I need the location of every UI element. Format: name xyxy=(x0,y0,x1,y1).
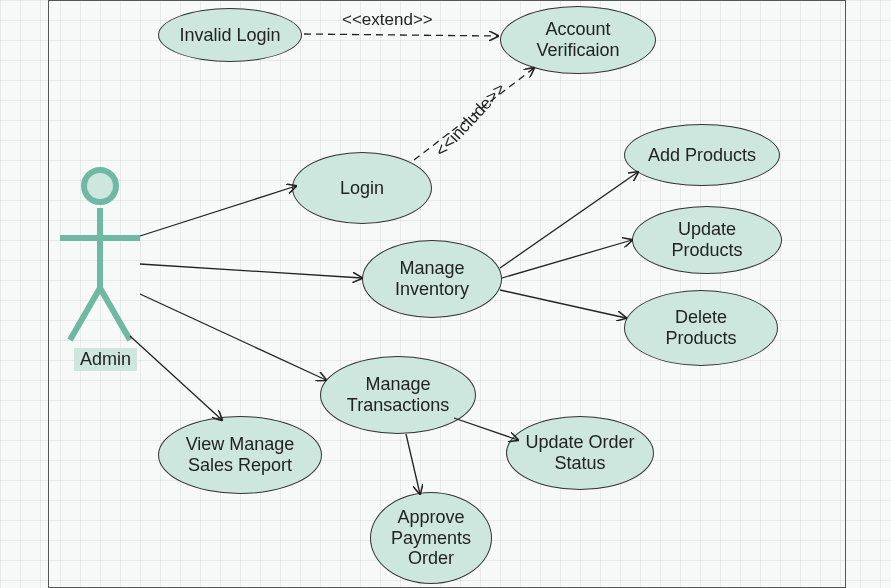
usecase-update-products: Update Products xyxy=(632,206,782,274)
label: Manage Transactions xyxy=(347,374,449,415)
label: Login xyxy=(340,178,384,199)
label: Invalid Login xyxy=(179,25,280,46)
usecase-login: Login xyxy=(292,152,432,224)
usecase-manage-transactions: Manage Transactions xyxy=(320,356,476,434)
usecase-invalid-login: Invalid Login xyxy=(158,8,302,62)
label: Delete Products xyxy=(665,307,736,348)
usecase-view-sales-report: View Manage Sales Report xyxy=(158,416,322,494)
label: Manage Inventory xyxy=(395,258,469,299)
usecase-update-order-status: Update Order Status xyxy=(506,416,654,490)
usecase-delete-products: Delete Products xyxy=(624,290,778,366)
label: Account Verificaion xyxy=(536,19,619,60)
usecase-approve-payments: Approve Payments Order xyxy=(370,492,492,584)
label: View Manage Sales Report xyxy=(186,434,295,475)
label: Update Order Status xyxy=(525,432,634,473)
label: Add Products xyxy=(648,145,756,166)
actor-label: Admin xyxy=(74,348,137,371)
usecase-account-verification: Account Verificaion xyxy=(500,6,656,74)
usecase-manage-inventory: Manage Inventory xyxy=(362,240,502,318)
label: Update Products xyxy=(671,219,742,260)
extend-label: <<extend>> xyxy=(342,10,433,30)
usecase-add-products: Add Products xyxy=(624,124,780,186)
label: Approve Payments Order xyxy=(391,507,471,569)
